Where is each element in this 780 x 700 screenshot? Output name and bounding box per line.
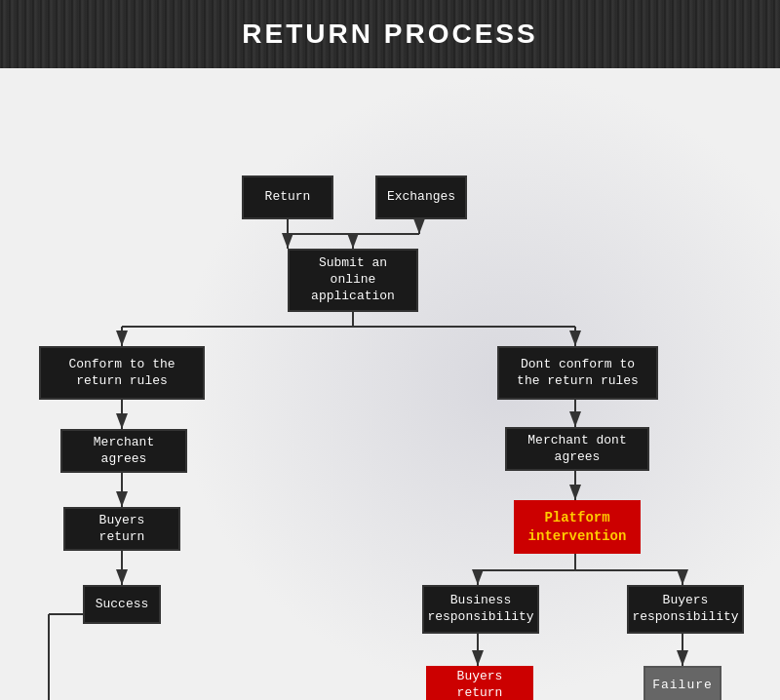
header: RETURN PROCESS xyxy=(0,0,780,68)
business-resp-box: Business responsibility xyxy=(422,585,539,634)
submit-box: Submit an online application xyxy=(288,249,418,312)
return-box: Return xyxy=(242,175,333,219)
merchant-agrees-box: Merchant agrees xyxy=(60,429,187,473)
page-title: RETURN PROCESS xyxy=(242,19,537,50)
dont-conform-box: Dont conform to the return rules xyxy=(497,346,658,400)
success-box: Success xyxy=(83,585,161,624)
failure-box: Failure xyxy=(644,666,722,700)
diagram-area: Return Exchanges Submit an online applic… xyxy=(0,68,780,700)
buyers-resp-box: Buyers responsibility xyxy=(627,585,744,634)
merchant-dont-box: Merchant dont agrees xyxy=(505,427,649,471)
conform-box: Conform to the return rules xyxy=(39,346,205,400)
platform-box: Platform intervention xyxy=(514,500,641,554)
exchanges-box: Exchanges xyxy=(375,175,467,219)
buyers-return-right-box: Buyers return xyxy=(426,666,533,700)
buyers-return-left-box: Buyers return xyxy=(63,507,180,551)
